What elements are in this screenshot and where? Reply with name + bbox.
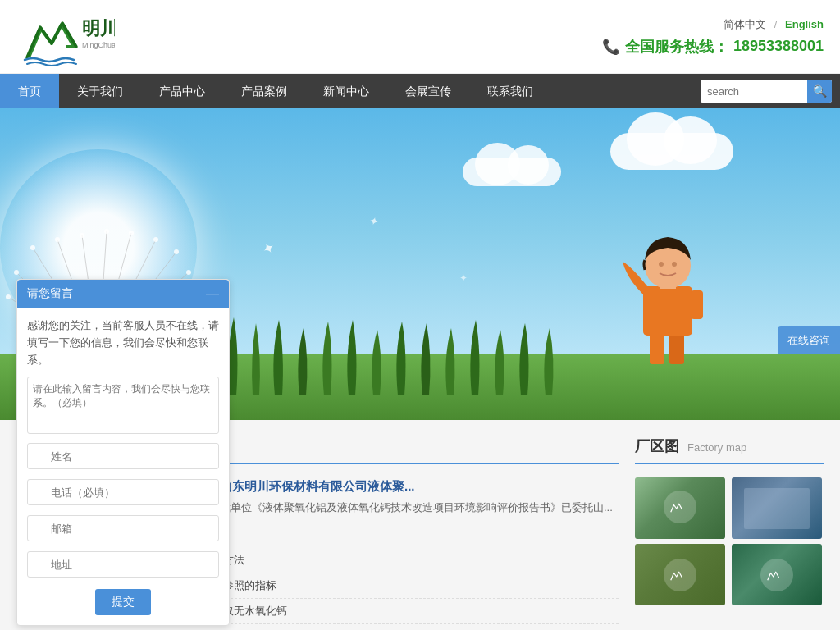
search-button[interactable]: 🔍	[807, 80, 832, 103]
logo-svg: 明川 MingChuan	[16, 8, 115, 66]
svg-point-22	[6, 294, 11, 299]
nav-item-products[interactable]: 产品中心	[141, 74, 223, 108]
svg-point-17	[129, 231, 134, 235]
nav-item-cases[interactable]: 产品案例	[223, 74, 305, 108]
svg-point-14	[55, 237, 60, 242]
child-svg	[619, 204, 717, 368]
nav-item-expo[interactable]: 会展宣传	[387, 74, 469, 108]
hotline: 📞 全国服务热线：18953388001	[602, 37, 824, 57]
svg-point-13	[30, 245, 35, 250]
name-field-wrapper: 👤	[27, 443, 219, 474]
hotline-number: 18953388001	[733, 38, 824, 55]
child-figure	[619, 204, 717, 371]
nav-item-about[interactable]: 关于我们	[59, 74, 141, 108]
popup-body: 感谢您的关注，当前客服人员不在线，请填写一下您的信息，我们会尽快和您联系。 👤 …	[17, 308, 229, 625]
top-right: 简体中文 / English 📞 全国服务热线：18953388001	[602, 17, 824, 57]
svg-point-15	[80, 233, 84, 238]
phone-field[interactable]	[27, 479, 219, 505]
search-box: 🔍	[701, 80, 832, 103]
featured-news-title[interactable]: 山东明川环保材料有限公司液体聚...	[220, 477, 619, 495]
svg-text:MingChuan: MingChuan	[82, 41, 115, 49]
popup-textarea[interactable]	[27, 377, 219, 434]
factory-img-1[interactable]	[635, 477, 725, 539]
email-field[interactable]	[27, 515, 219, 541]
popup-intro: 感谢您的关注，当前客服人员不在线，请填写一下您的信息，我们会尽快和您联系。	[27, 317, 219, 368]
header: 明川 MingChuan 简体中文 / English 📞 全国服务热线：189…	[0, 0, 840, 74]
svg-point-32	[659, 262, 664, 267]
lang-zh[interactable]: 简体中文	[724, 18, 766, 30]
svg-point-21	[14, 270, 19, 275]
svg-point-18	[153, 237, 158, 242]
factory-section-title: 厂区图 Factory map	[635, 436, 824, 464]
phone-icon: 📞	[602, 38, 620, 56]
svg-rect-27	[669, 331, 684, 364]
nav-item-news[interactable]: 新闻中心	[305, 74, 387, 108]
svg-text:明川: 明川	[82, 18, 115, 39]
hotline-label: 全国服务热线：	[625, 37, 728, 57]
svg-point-19	[174, 249, 179, 254]
factory-title-en: Factory map	[687, 441, 746, 454]
news-info: 山东明川环保材料有限公司液体聚... 我单位《液体聚氧化铝及液体氧化钙技术改造项…	[220, 477, 619, 535]
phone-field-wrapper: 📞	[27, 479, 219, 510]
svg-point-20	[186, 270, 191, 275]
email-field-wrapper: ✉	[27, 515, 219, 546]
svg-rect-28	[643, 286, 692, 336]
nav-item-contact[interactable]: 联系我们	[469, 74, 551, 108]
nav-item-home[interactable]: 首页	[0, 74, 59, 108]
address-field[interactable]	[27, 551, 219, 578]
lang-en[interactable]: English	[785, 18, 824, 30]
online-consult[interactable]: 在线咨询	[778, 326, 840, 354]
factory-grid	[635, 477, 824, 605]
factory-title-zh: 厂区图	[635, 436, 679, 456]
factory-img-2[interactable]	[732, 477, 822, 539]
svg-rect-26	[650, 331, 664, 364]
nav-items: 首页 关于我们 产品中心 产品案例 新闻中心 会展宣传 联系我们	[0, 74, 701, 108]
name-field[interactable]	[27, 443, 219, 469]
lang-switch: 简体中文 / English	[724, 17, 824, 32]
factory-section: 厂区图 Factory map	[635, 436, 824, 630]
popup-submit-button[interactable]: 提交	[95, 589, 151, 615]
popup-title: 请您留言	[27, 286, 73, 301]
logo-area: 明川 MingChuan	[16, 8, 115, 66]
lang-separator: /	[774, 18, 778, 30]
featured-news-desc: 我单位《液体聚氧化铝及液体氧化钙技术改造项目环境影响评价报告书》已委托山...	[220, 500, 619, 517]
address-field-wrapper: 📍	[27, 551, 219, 582]
message-popup: 请您留言 — 感谢您的关注，当前客服人员不在线，请填写一下您的信息，我们会尽快和…	[16, 279, 230, 626]
factory-img-4[interactable]	[732, 544, 822, 605]
factory-img-3[interactable]	[635, 544, 725, 605]
popup-header: 请您留言 —	[17, 280, 229, 308]
svg-point-33	[672, 262, 677, 267]
search-input[interactable]	[701, 80, 807, 103]
popup-close-icon[interactable]: —	[206, 287, 219, 300]
svg-point-16	[104, 229, 109, 234]
nav-bar: 首页 关于我们 产品中心 产品案例 新闻中心 会展宣传 联系我们 🔍	[0, 74, 840, 108]
svg-rect-29	[691, 290, 703, 319]
